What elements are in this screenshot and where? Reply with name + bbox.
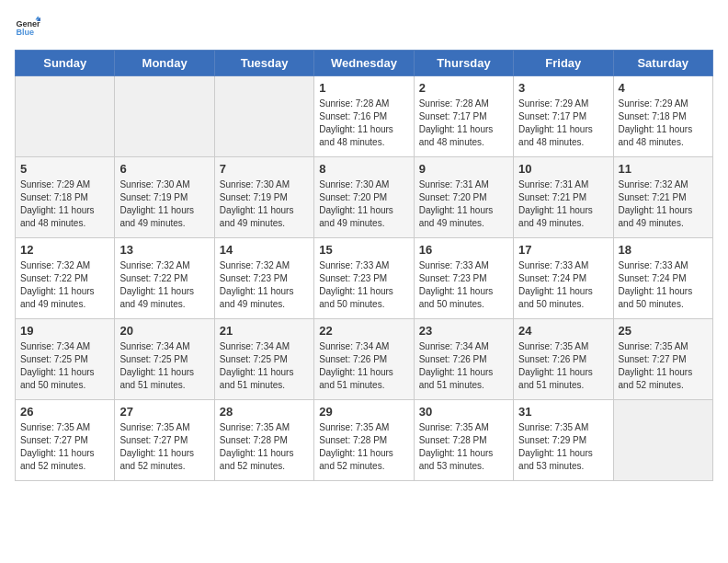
day-number: 2 xyxy=(419,81,508,95)
day-info: Sunrise: 7:34 AM Sunset: 7:26 PM Dayligh… xyxy=(319,340,408,392)
day-number: 5 xyxy=(20,162,109,176)
day-info: Sunrise: 7:35 AM Sunset: 7:27 PM Dayligh… xyxy=(20,421,109,473)
day-number: 18 xyxy=(619,243,708,257)
day-number: 31 xyxy=(518,405,608,419)
calendar-cell: 13Sunrise: 7:32 AM Sunset: 7:22 PM Dayli… xyxy=(115,238,214,319)
day-info: Sunrise: 7:35 AM Sunset: 7:27 PM Dayligh… xyxy=(119,421,209,473)
day-number: 29 xyxy=(319,405,408,419)
calendar-cell: 18Sunrise: 7:33 AM Sunset: 7:24 PM Dayli… xyxy=(613,238,712,319)
calendar-cell: 11Sunrise: 7:32 AM Sunset: 7:21 PM Dayli… xyxy=(613,157,712,238)
day-number: 6 xyxy=(119,162,209,176)
day-number: 16 xyxy=(419,243,508,257)
day-number: 13 xyxy=(119,243,209,257)
calendar-cell: 12Sunrise: 7:32 AM Sunset: 7:22 PM Dayli… xyxy=(16,238,115,319)
day-header-friday: Friday xyxy=(514,51,613,76)
day-number: 19 xyxy=(20,324,109,338)
calendar-cell: 19Sunrise: 7:34 AM Sunset: 7:25 PM Dayli… xyxy=(16,319,115,400)
day-info: Sunrise: 7:29 AM Sunset: 7:18 PM Dayligh… xyxy=(20,178,109,230)
day-number: 30 xyxy=(419,405,508,419)
day-number: 4 xyxy=(619,81,708,95)
calendar-table: SundayMondayTuesdayWednesdayThursdayFrid… xyxy=(15,50,713,481)
day-number: 3 xyxy=(518,81,608,95)
calendar-cell: 21Sunrise: 7:34 AM Sunset: 7:25 PM Dayli… xyxy=(214,319,313,400)
page-header: General Blue xyxy=(15,15,713,40)
day-info: Sunrise: 7:29 AM Sunset: 7:17 PM Dayligh… xyxy=(518,98,608,149)
day-info: Sunrise: 7:30 AM Sunset: 7:20 PM Dayligh… xyxy=(319,178,408,230)
calendar-body: 1Sunrise: 7:28 AM Sunset: 7:16 PM Daylig… xyxy=(16,76,713,481)
calendar-cell: 3Sunrise: 7:29 AM Sunset: 7:17 PM Daylig… xyxy=(514,76,613,157)
calendar-header-row: SundayMondayTuesdayWednesdayThursdayFrid… xyxy=(16,51,713,76)
calendar-cell: 15Sunrise: 7:33 AM Sunset: 7:23 PM Dayli… xyxy=(314,238,414,319)
calendar-cell: 9Sunrise: 7:31 AM Sunset: 7:20 PM Daylig… xyxy=(414,157,513,238)
calendar-cell: 30Sunrise: 7:35 AM Sunset: 7:28 PM Dayli… xyxy=(414,400,513,481)
calendar-week-row: 5Sunrise: 7:29 AM Sunset: 7:18 PM Daylig… xyxy=(16,157,713,238)
calendar-cell xyxy=(115,76,214,157)
day-number: 24 xyxy=(518,324,608,338)
day-info: Sunrise: 7:33 AM Sunset: 7:23 PM Dayligh… xyxy=(319,259,408,311)
day-number: 28 xyxy=(220,405,309,419)
calendar-cell: 8Sunrise: 7:30 AM Sunset: 7:20 PM Daylig… xyxy=(314,157,414,238)
day-info: Sunrise: 7:31 AM Sunset: 7:20 PM Dayligh… xyxy=(419,178,508,230)
calendar-cell: 6Sunrise: 7:30 AM Sunset: 7:19 PM Daylig… xyxy=(115,157,214,238)
logo-icon: General Blue xyxy=(15,15,40,40)
calendar-cell: 4Sunrise: 7:29 AM Sunset: 7:18 PM Daylig… xyxy=(613,76,712,157)
calendar-cell: 20Sunrise: 7:34 AM Sunset: 7:25 PM Dayli… xyxy=(115,319,214,400)
day-info: Sunrise: 7:29 AM Sunset: 7:18 PM Dayligh… xyxy=(619,98,708,149)
day-number: 8 xyxy=(319,162,408,176)
day-info: Sunrise: 7:35 AM Sunset: 7:29 PM Dayligh… xyxy=(518,421,608,473)
day-number: 26 xyxy=(20,405,109,419)
day-number: 15 xyxy=(319,243,408,257)
calendar-cell: 22Sunrise: 7:34 AM Sunset: 7:26 PM Dayli… xyxy=(314,319,414,400)
day-number: 20 xyxy=(119,324,209,338)
day-number: 10 xyxy=(518,162,608,176)
calendar-cell: 26Sunrise: 7:35 AM Sunset: 7:27 PM Dayli… xyxy=(16,400,115,481)
day-header-monday: Monday xyxy=(115,51,214,76)
calendar-cell xyxy=(613,400,712,481)
day-info: Sunrise: 7:30 AM Sunset: 7:19 PM Dayligh… xyxy=(220,178,309,230)
day-header-sunday: Sunday xyxy=(16,51,115,76)
day-number: 1 xyxy=(319,81,408,95)
calendar-week-row: 19Sunrise: 7:34 AM Sunset: 7:25 PM Dayli… xyxy=(16,319,713,400)
calendar-cell: 5Sunrise: 7:29 AM Sunset: 7:18 PM Daylig… xyxy=(16,157,115,238)
svg-text:Blue: Blue xyxy=(16,28,34,37)
calendar-cell: 28Sunrise: 7:35 AM Sunset: 7:28 PM Dayli… xyxy=(214,400,313,481)
logo: General Blue xyxy=(15,15,40,40)
svg-text:General: General xyxy=(16,19,40,29)
day-header-wednesday: Wednesday xyxy=(314,51,414,76)
calendar-cell xyxy=(214,76,313,157)
calendar-cell: 27Sunrise: 7:35 AM Sunset: 7:27 PM Dayli… xyxy=(115,400,214,481)
day-number: 22 xyxy=(319,324,408,338)
calendar-cell: 1Sunrise: 7:28 AM Sunset: 7:16 PM Daylig… xyxy=(314,76,414,157)
day-info: Sunrise: 7:28 AM Sunset: 7:16 PM Dayligh… xyxy=(319,98,408,149)
day-info: Sunrise: 7:35 AM Sunset: 7:28 PM Dayligh… xyxy=(419,421,508,473)
day-number: 23 xyxy=(419,324,508,338)
calendar-cell: 29Sunrise: 7:35 AM Sunset: 7:28 PM Dayli… xyxy=(314,400,414,481)
day-header-thursday: Thursday xyxy=(414,51,513,76)
day-info: Sunrise: 7:35 AM Sunset: 7:28 PM Dayligh… xyxy=(319,421,408,473)
day-info: Sunrise: 7:35 AM Sunset: 7:28 PM Dayligh… xyxy=(220,421,309,473)
day-info: Sunrise: 7:35 AM Sunset: 7:26 PM Dayligh… xyxy=(518,340,608,392)
day-info: Sunrise: 7:33 AM Sunset: 7:24 PM Dayligh… xyxy=(518,259,608,311)
day-number: 27 xyxy=(119,405,209,419)
calendar-week-row: 26Sunrise: 7:35 AM Sunset: 7:27 PM Dayli… xyxy=(16,400,713,481)
day-info: Sunrise: 7:32 AM Sunset: 7:22 PM Dayligh… xyxy=(119,259,209,311)
day-number: 9 xyxy=(419,162,508,176)
day-number: 11 xyxy=(619,162,708,176)
calendar-week-row: 1Sunrise: 7:28 AM Sunset: 7:16 PM Daylig… xyxy=(16,76,713,157)
day-number: 14 xyxy=(220,243,309,257)
calendar-cell xyxy=(16,76,115,157)
day-number: 12 xyxy=(20,243,109,257)
day-info: Sunrise: 7:35 AM Sunset: 7:27 PM Dayligh… xyxy=(619,340,708,392)
day-info: Sunrise: 7:34 AM Sunset: 7:25 PM Dayligh… xyxy=(220,340,309,392)
calendar-cell: 25Sunrise: 7:35 AM Sunset: 7:27 PM Dayli… xyxy=(613,319,712,400)
calendar-cell: 16Sunrise: 7:33 AM Sunset: 7:23 PM Dayli… xyxy=(414,238,513,319)
day-info: Sunrise: 7:34 AM Sunset: 7:26 PM Dayligh… xyxy=(419,340,508,392)
day-number: 17 xyxy=(518,243,608,257)
day-info: Sunrise: 7:32 AM Sunset: 7:23 PM Dayligh… xyxy=(220,259,309,311)
calendar-cell: 24Sunrise: 7:35 AM Sunset: 7:26 PM Dayli… xyxy=(514,319,613,400)
day-header-saturday: Saturday xyxy=(613,51,712,76)
day-info: Sunrise: 7:30 AM Sunset: 7:19 PM Dayligh… xyxy=(119,178,209,230)
day-header-tuesday: Tuesday xyxy=(214,51,313,76)
calendar-cell: 31Sunrise: 7:35 AM Sunset: 7:29 PM Dayli… xyxy=(514,400,613,481)
calendar-cell: 10Sunrise: 7:31 AM Sunset: 7:21 PM Dayli… xyxy=(514,157,613,238)
